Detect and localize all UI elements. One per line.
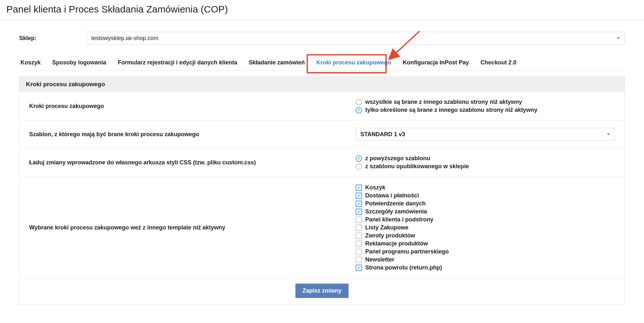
radio-icon (356, 99, 362, 105)
checkbox-icon (356, 185, 362, 191)
step-checkbox-9[interactable]: Newsletter (356, 256, 615, 263)
checkbox-label: Newsletter (365, 256, 394, 263)
save-button-wrap: Zapisz zmiany (20, 278, 624, 304)
step-checkbox-3[interactable]: Szczegóły zamówienia (356, 208, 615, 215)
tab-6[interactable]: Checkout 2.0 (480, 55, 516, 70)
checkbox-icon (356, 217, 362, 223)
checkbox-icon (356, 209, 362, 215)
checkbox-label: Reklamacje produktów (365, 240, 428, 247)
step-checkbox-10[interactable]: Strona powrotu (return.php) (356, 264, 615, 271)
page-title: Panel klienta i Proces Składania Zamówie… (0, 0, 644, 20)
row-control: wszystkie są brane z innego szablonu str… (356, 97, 615, 115)
checkbox-label: Panel klienta i podstrony (365, 216, 433, 223)
row-label: Szablon, z którego mają być brane kroki … (29, 128, 356, 141)
checkbox-label: Szczegóły zamówienia (365, 208, 427, 215)
checkbox-icon (356, 201, 362, 207)
radio-icon (356, 107, 362, 113)
save-button[interactable]: Zapisz zmiany (295, 284, 349, 298)
checkbox-icon (356, 265, 362, 271)
radio-icon (356, 163, 362, 170)
checkbox-label: Zwroty produktów (365, 232, 415, 239)
row-label: Wybrane kroki procesu zakupowego weź z i… (29, 221, 356, 234)
shop-select[interactable]: testowysklep.iai-shop.com (86, 32, 625, 45)
checkbox-icon (356, 233, 362, 239)
tab-5[interactable]: Konfiguracja InPost Pay (403, 55, 469, 70)
row-label: Kroki procesu zakupowego (29, 100, 356, 112)
checkbox-icon (356, 249, 362, 255)
row-template-select: Szablon, z którego mają być brane kroki … (20, 121, 624, 148)
steps-mode-option-1[interactable]: tylko określone są brane z innego szablo… (356, 107, 615, 113)
radio-label: z powyższego szablonu (365, 155, 430, 162)
checkbox-icon (356, 257, 362, 263)
tabs-bar: KoszykSposoby logowaniaFormularz rejestr… (19, 55, 625, 71)
shop-select-value: testowysklep.iai-shop.com (91, 35, 158, 42)
template-select-value: STANDARD 1 v3 (360, 131, 405, 138)
shop-label: Sklep: (19, 35, 86, 42)
settings-panel: Kroki procesu zakupowego Kroki procesu z… (19, 77, 625, 305)
step-checkbox-1[interactable]: Dostawa i płatności (356, 192, 615, 199)
css-source-option-1[interactable]: z szablonu opublikowanego w sklepie (356, 163, 615, 170)
row-css-source: Ładuj zmiany wprowadzone do własnego ark… (20, 148, 624, 177)
css-source-option-0[interactable]: z powyższego szablonu (356, 155, 615, 162)
steps-mode-option-0[interactable]: wszystkie są brane z innego szablonu str… (356, 99, 615, 105)
tab-2[interactable]: Formularz rejestracji i edycji danych kl… (118, 55, 237, 70)
template-select[interactable]: STANDARD 1 v3 (356, 128, 615, 141)
tab-4[interactable]: Kroki procesu zakupowego (316, 55, 391, 70)
step-checkbox-2[interactable]: Potwierdzenie danych (356, 200, 615, 207)
checkbox-label: Panel programu partnerskiego (365, 248, 449, 255)
radio-icon (356, 155, 362, 162)
step-checkbox-5[interactable]: Listy Zakupowe (356, 224, 615, 231)
row-control: KoszykDostawa i płatnościPotwierdzenie d… (356, 183, 615, 272)
panel-header: Kroki procesu zakupowego (20, 77, 624, 92)
step-checkbox-8[interactable]: Panel programu partnerskiego (356, 248, 615, 255)
checkbox-icon (356, 241, 362, 247)
checkbox-label: Listy Zakupowe (365, 224, 408, 231)
tab-3[interactable]: Składanie zamówień (249, 55, 305, 70)
radio-label: z szablonu opublikowanego w sklepie (365, 163, 469, 170)
caret-down-icon (617, 37, 620, 39)
checkbox-label: Dostawa i płatności (365, 192, 419, 199)
tab-0[interactable]: Koszyk (20, 55, 41, 70)
caret-down-icon (607, 133, 610, 135)
row-selected-steps: Wybrane kroki procesu zakupowego weź z i… (20, 177, 624, 278)
shop-selector-row: Sklep: testowysklep.iai-shop.com (19, 20, 625, 55)
tab-1[interactable]: Sposoby logowania (52, 55, 106, 70)
row-label: Ładuj zmiany wprowadzone do własnego ark… (29, 156, 356, 169)
row-control: z powyższego szablonuz szablonu opubliko… (356, 154, 615, 171)
step-checkbox-0[interactable]: Koszyk (356, 184, 615, 191)
step-checkbox-7[interactable]: Reklamacje produktów (356, 240, 615, 247)
row-steps-mode: Kroki procesu zakupowego wszystkie są br… (20, 92, 624, 121)
checkbox-icon (356, 225, 362, 231)
radio-label: tylko określone są brane z innego szablo… (365, 107, 537, 113)
checkbox-label: Potwierdzenie danych (365, 200, 426, 207)
radio-label: wszystkie są brane z innego szablonu str… (365, 99, 522, 105)
checkbox-label: Strona powrotu (return.php) (365, 264, 442, 271)
checkbox-label: Koszyk (365, 184, 385, 191)
checkbox-icon (356, 193, 362, 199)
step-checkbox-4[interactable]: Panel klienta i podstrony (356, 216, 615, 223)
step-checkbox-6[interactable]: Zwroty produktów (356, 232, 615, 239)
